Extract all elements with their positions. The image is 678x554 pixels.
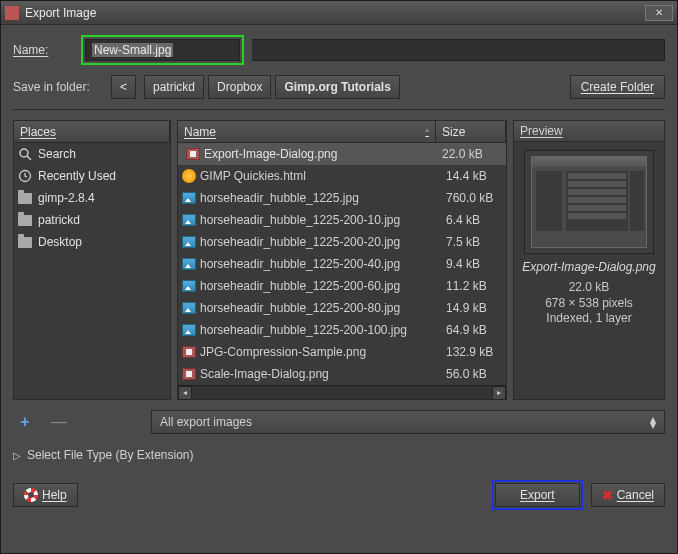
file-name: horseheadir_hubble_1225-200-80.jpg <box>200 301 400 315</box>
places-panel: Places SearchRecently Usedgimp-2.8.4patr… <box>13 120 171 400</box>
breadcrumb-segment[interactable]: Dropbox <box>208 75 271 99</box>
places-item[interactable]: patrickd <box>14 209 170 231</box>
help-icon <box>24 488 38 502</box>
export-image-dialog: Export Image ✕ Name: New-Small.jpg Save … <box>0 0 678 554</box>
places-item[interactable]: gimp-2.8.4 <box>14 187 170 209</box>
image-file-icon <box>182 191 196 205</box>
col-name-header[interactable]: Name^ <box>178 121 436 142</box>
file-type-expander[interactable]: ▷ Select File Type (By Extension) <box>13 444 665 466</box>
file-size: 14.4 kB <box>440 169 506 183</box>
app-icon <box>5 6 19 20</box>
breadcrumb-segment[interactable]: Gimp.org Tutorials <box>275 75 399 99</box>
places-item[interactable]: Search <box>14 143 170 165</box>
places-item[interactable]: Recently Used <box>14 165 170 187</box>
add-bookmark-button[interactable]: + <box>13 411 37 433</box>
below-row: + — All export images ▴▾ <box>13 410 665 434</box>
filename-input-extension[interactable] <box>252 39 665 61</box>
create-folder-button[interactable]: Create Folder <box>570 75 665 99</box>
file-row[interactable]: horseheadir_hubble_1225-200-20.jpg7.5 kB <box>178 231 506 253</box>
file-size: 22.0 kB <box>436 147 502 161</box>
preview-dims: 678 × 538 pixels <box>545 296 633 312</box>
image-file-icon <box>182 301 196 315</box>
cancel-button[interactable]: ✖ Cancel <box>591 483 665 507</box>
preview-mode: Indexed, 1 layer <box>545 311 633 327</box>
divider <box>13 109 665 110</box>
image-file-icon <box>182 323 196 337</box>
places-item[interactable]: Desktop <box>14 231 170 253</box>
file-size: 132.9 kB <box>440 345 506 359</box>
file-name: GIMP Quickies.html <box>200 169 306 183</box>
svg-line-1 <box>27 156 31 160</box>
file-row[interactable]: Scale-Image-Dialog.png56.0 kB <box>178 363 506 385</box>
file-row[interactable]: horseheadir_hubble_1225-200-60.jpg11.2 k… <box>178 275 506 297</box>
window-title: Export Image <box>25 6 641 20</box>
files-hscrollbar[interactable]: ◂ ▸ <box>178 385 506 399</box>
save-in-folder-label: Save in folder: <box>13 80 103 94</box>
file-row[interactable]: Export-Image-Dialog.png22.0 kB <box>178 143 506 165</box>
file-size: 760.0 kB <box>440 191 506 205</box>
col-size-header[interactable]: Size <box>436 121 506 142</box>
close-window-button[interactable]: ✕ <box>645 5 673 21</box>
files-list[interactable]: Export-Image-Dialog.png22.0 kBGIMP Quick… <box>178 143 506 385</box>
image-file-icon <box>182 345 196 359</box>
export-button[interactable]: Export <box>495 483 580 507</box>
file-size: 7.5 kB <box>440 235 506 249</box>
remove-bookmark-button: — <box>47 411 71 433</box>
places-item-label: patrickd <box>38 213 80 227</box>
image-file-icon <box>182 279 196 293</box>
file-filter-combo[interactable]: All export images ▴▾ <box>151 410 665 434</box>
titlebar: Export Image ✕ <box>1 1 677 25</box>
file-row[interactable]: horseheadir_hubble_1225-200-80.jpg14.9 k… <box>178 297 506 319</box>
file-size: 14.9 kB <box>440 301 506 315</box>
name-label: Name: <box>13 43 73 57</box>
file-row[interactable]: horseheadir_hubble_1225-200-10.jpg6.4 kB <box>178 209 506 231</box>
search-icon <box>18 147 32 161</box>
file-name: horseheadir_hubble_1225-200-20.jpg <box>200 235 400 249</box>
preview-thumbnail <box>524 150 654 254</box>
image-file-icon <box>182 367 196 381</box>
file-name: Export-Image-Dialog.png <box>204 147 337 161</box>
file-row[interactable]: JPG-Compression-Sample.png132.9 kB <box>178 341 506 363</box>
places-item-label: Recently Used <box>38 169 116 183</box>
export-highlight: Export <box>492 480 583 510</box>
breadcrumb-segment[interactable]: patrickd <box>144 75 204 99</box>
scroll-left-button[interactable]: ◂ <box>178 386 192 400</box>
file-name: horseheadir_hubble_1225-200-60.jpg <box>200 279 400 293</box>
path-back-button[interactable]: < <box>111 75 136 99</box>
places-item-label: gimp-2.8.4 <box>38 191 95 205</box>
file-row[interactable]: horseheadir_hubble_1225-200-40.jpg9.4 kB <box>178 253 506 275</box>
places-list[interactable]: SearchRecently Usedgimp-2.8.4patrickdDes… <box>14 143 170 399</box>
file-name: Scale-Image-Dialog.png <box>200 367 329 381</box>
places-item-label: Desktop <box>38 235 82 249</box>
expander-triangle-icon: ▷ <box>13 450 21 461</box>
clock-icon <box>18 169 32 183</box>
filename-input[interactable]: New-Small.jpg <box>85 39 240 61</box>
scroll-track[interactable] <box>192 387 492 399</box>
help-button[interactable]: Help <box>13 483 78 507</box>
folder-icon <box>18 191 32 205</box>
file-row[interactable]: GIMP Quickies.html14.4 kB <box>178 165 506 187</box>
preview-panel: Preview Export-Image-Dialog.png 22.0 kB … <box>513 120 665 400</box>
breadcrumb: patrickdDropboxGimp.org Tutorials <box>144 75 400 99</box>
combo-arrows-icon: ▴▾ <box>650 416 656 428</box>
files-headers: Name^ Size <box>178 121 506 143</box>
file-row[interactable]: horseheadir_hubble_1225-200-100.jpg64.9 … <box>178 319 506 341</box>
html-file-icon <box>182 169 196 183</box>
scroll-right-button[interactable]: ▸ <box>492 386 506 400</box>
name-highlight: New-Small.jpg <box>81 35 244 65</box>
cancel-icon: ✖ <box>602 488 613 503</box>
file-size: 9.4 kB <box>440 257 506 271</box>
folder-row: Save in folder: < patrickdDropboxGimp.or… <box>13 75 665 99</box>
file-filter-label: All export images <box>160 415 252 429</box>
dialog-content: Name: New-Small.jpg Save in folder: < pa… <box>1 25 677 553</box>
preview-details: 22.0 kB 678 × 538 pixels Indexed, 1 laye… <box>545 280 633 327</box>
file-row[interactable]: horseheadir_hubble_1225.jpg760.0 kB <box>178 187 506 209</box>
preview-filename: Export-Image-Dialog.png <box>522 260 655 274</box>
browser-panels: Places SearchRecently Usedgimp-2.8.4patr… <box>13 120 665 400</box>
file-size: 64.9 kB <box>440 323 506 337</box>
file-name: horseheadir_hubble_1225.jpg <box>200 191 359 205</box>
places-item-label: Search <box>38 147 76 161</box>
image-file-icon <box>182 235 196 249</box>
places-header: Places <box>14 121 170 142</box>
file-size: 6.4 kB <box>440 213 506 227</box>
